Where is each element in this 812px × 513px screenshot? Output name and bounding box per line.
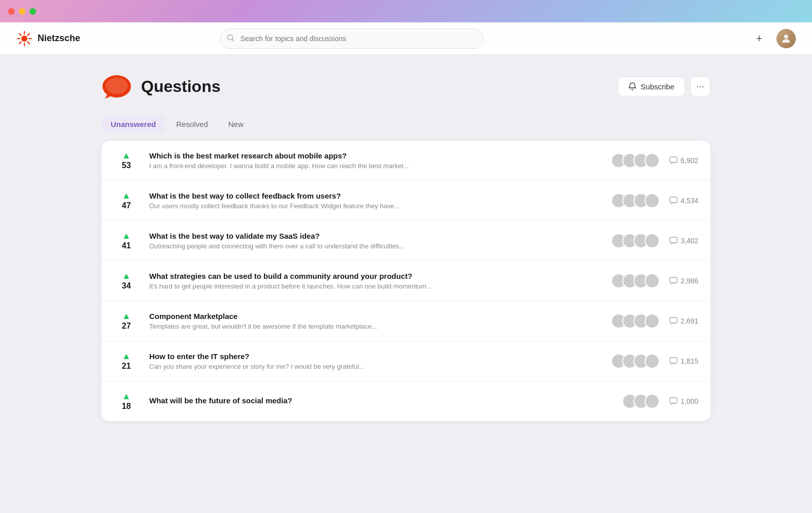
comment-number: 2,986 xyxy=(681,277,698,285)
question-meta: 2,986 xyxy=(611,273,698,288)
tabs-bar: UnansweredResolvedNew xyxy=(101,116,710,133)
avatar xyxy=(645,273,660,288)
question-title: How to enter the IT sphere? xyxy=(149,352,601,361)
question-item[interactable]: ▲ 47 What is the best way to collect fee… xyxy=(101,181,710,221)
question-avatars xyxy=(611,354,660,369)
questions-list: ▲ 53 Which is the best market research a… xyxy=(101,141,710,421)
question-preview: I am a front-end developer. I wanna buil… xyxy=(149,162,601,170)
upvote-icon[interactable]: ▲ xyxy=(122,351,131,361)
close-button[interactable] xyxy=(8,8,15,15)
search-bar xyxy=(220,28,484,49)
svg-rect-17 xyxy=(670,237,677,243)
question-content: What is the best way to validate my SaaS… xyxy=(149,232,601,250)
svg-rect-20 xyxy=(670,358,677,363)
svg-point-14 xyxy=(106,78,128,94)
nav-right: + xyxy=(750,29,796,48)
logo-icon xyxy=(16,30,32,47)
avatar xyxy=(645,354,660,369)
comment-number: 6,902 xyxy=(681,156,698,165)
comment-number: 4,534 xyxy=(681,197,698,205)
svg-line-10 xyxy=(232,39,234,41)
vote-area: ▲ 47 xyxy=(114,191,139,210)
comment-count: 1,000 xyxy=(668,397,698,405)
header-actions: Subscribe ··· xyxy=(618,76,710,97)
question-item[interactable]: ▲ 53 Which is the best market research a… xyxy=(101,141,710,181)
question-content: What will be the future of social media? xyxy=(149,396,612,407)
svg-rect-15 xyxy=(670,157,677,163)
question-meta: 1,815 xyxy=(611,354,698,369)
svg-line-5 xyxy=(19,34,21,36)
question-item[interactable]: ▲ 18 What will be the future of social m… xyxy=(101,381,710,421)
question-title: What will be the future of social media? xyxy=(149,396,612,405)
tab-resolved[interactable]: Resolved xyxy=(167,116,217,133)
svg-line-8 xyxy=(19,42,21,44)
bell-icon xyxy=(628,82,636,90)
upvote-icon[interactable]: ▲ xyxy=(122,191,131,200)
avatar xyxy=(645,394,660,409)
comment-count: 2,691 xyxy=(668,317,698,325)
vote-area: ▲ 18 xyxy=(114,392,139,411)
page-header: Questions Subscribe ··· xyxy=(101,71,710,102)
svg-rect-18 xyxy=(670,277,677,283)
vote-count: 21 xyxy=(122,362,131,371)
vote-area: ▲ 21 xyxy=(114,351,139,371)
maximize-button[interactable] xyxy=(29,8,36,15)
user-avatar[interactable] xyxy=(776,29,796,48)
more-icon: ··· xyxy=(696,81,704,92)
questions-icon xyxy=(101,71,132,102)
comment-count: 3,402 xyxy=(668,237,698,245)
comment-icon xyxy=(669,357,678,365)
comment-number: 2,691 xyxy=(681,317,698,325)
question-content: What strategies can be used to build a c… xyxy=(149,272,601,290)
svg-rect-16 xyxy=(670,197,677,203)
upvote-icon[interactable]: ▲ xyxy=(122,311,131,320)
question-item[interactable]: ▲ 27 Component Marketplace Templates are… xyxy=(101,301,710,341)
svg-point-0 xyxy=(21,36,27,42)
vote-count: 41 xyxy=(122,241,131,250)
comment-count: 6,902 xyxy=(668,156,698,165)
page-title: Questions xyxy=(141,77,220,96)
upvote-icon[interactable]: ▲ xyxy=(122,271,131,280)
more-options-button[interactable]: ··· xyxy=(690,76,710,97)
tab-unanswered[interactable]: Unanswered xyxy=(101,116,165,133)
subscribe-label: Subscribe xyxy=(640,82,674,91)
comment-icon xyxy=(669,197,678,205)
logo-area: Nietzsche xyxy=(16,30,80,47)
upvote-icon[interactable]: ▲ xyxy=(122,231,131,240)
question-avatars xyxy=(611,273,660,288)
question-content: Component Marketplace Templates are grea… xyxy=(149,312,601,330)
title-bar xyxy=(0,0,812,22)
upvote-icon[interactable]: ▲ xyxy=(122,151,131,160)
question-title: Component Marketplace xyxy=(149,312,601,320)
logo-text: Nietzsche xyxy=(38,33,80,44)
comment-count: 1,815 xyxy=(668,357,698,365)
question-preview: Our users mostly collect feedback thanks… xyxy=(149,202,601,210)
page-title-area: Questions xyxy=(101,71,220,102)
avatar xyxy=(645,313,660,329)
vote-count: 47 xyxy=(122,201,131,210)
minimize-button[interactable] xyxy=(19,8,25,15)
question-item[interactable]: ▲ 34 What strategies can be used to buil… xyxy=(101,261,710,301)
vote-area: ▲ 34 xyxy=(114,271,139,291)
question-title: Which is the best market research about … xyxy=(149,151,601,160)
avatar xyxy=(645,193,660,208)
comment-icon xyxy=(669,237,678,245)
question-item[interactable]: ▲ 41 What is the best way to validate my… xyxy=(101,221,710,261)
subscribe-button[interactable]: Subscribe xyxy=(618,77,685,97)
avatar xyxy=(645,153,660,168)
tab-new[interactable]: New xyxy=(219,116,253,133)
question-meta: 4,534 xyxy=(611,193,698,208)
vote-area: ▲ 53 xyxy=(114,151,139,170)
comment-icon xyxy=(669,156,678,165)
question-content: What is the best way to collect feedback… xyxy=(149,191,601,210)
question-meta: 3,402 xyxy=(611,233,698,248)
upvote-icon[interactable]: ▲ xyxy=(122,392,131,401)
svg-rect-21 xyxy=(670,398,677,403)
svg-rect-19 xyxy=(670,317,677,323)
question-item[interactable]: ▲ 21 How to enter the IT sphere? Can you… xyxy=(101,341,710,381)
search-input[interactable] xyxy=(220,28,484,49)
svg-line-7 xyxy=(27,34,29,36)
vote-count: 34 xyxy=(122,281,131,291)
avatar xyxy=(645,233,660,248)
new-post-button[interactable]: + xyxy=(750,29,768,48)
